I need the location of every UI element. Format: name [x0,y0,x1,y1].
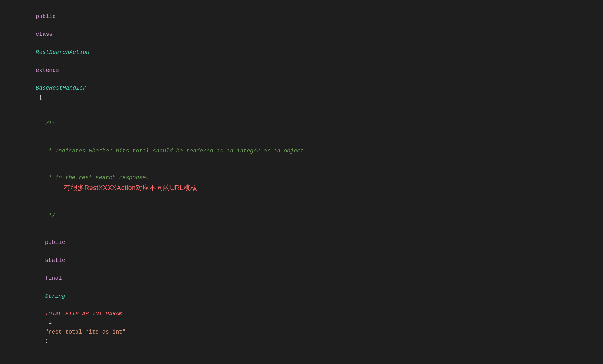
keyword-public: public [36,13,56,20]
code-line-7: public static final String TYPED_KEYS_PA… [0,354,603,364]
code-line-5: */ [0,202,603,229]
line-content-4: * in the rest search response. 有很多RestXX… [12,164,600,202]
line-content-7: public static final String TYPED_KEYS_PA… [12,354,600,364]
code-line-3: * Indicates whether hits.total should be… [0,138,603,164]
class-name-RestSearchAction: RestSearchAction [36,49,90,55]
line-content-1: public class RestSearchAction extends Ba… [12,3,600,111]
code-editor: public class RestSearchAction extends Ba… [0,0,603,364]
line-content-2: /** [12,111,600,138]
code-line-4: * in the rest search response. 有很多RestXX… [0,164,603,202]
annotation-chinese: 有很多RestXXXXAction对应不同的URL模板 [45,184,197,192]
code-line-6: public static final String TOTAL_HITS_AS… [0,229,603,354]
code-line-1: public class RestSearchAction extends Ba… [0,3,603,111]
line-content-3: * Indicates whether hits.total should be… [12,138,600,164]
keyword-extends: extends [36,67,59,73]
line-content-5: */ [12,202,600,229]
class-name-BaseRestHandler: BaseRestHandler [36,85,86,91]
code-line-2: /** [0,111,603,138]
const-TOTAL_HITS: TOTAL_HITS_AS_INT_PARAM [45,311,122,317]
keyword-class: class [36,31,53,37]
line-content-6: public static final String TOTAL_HITS_AS… [12,229,600,354]
